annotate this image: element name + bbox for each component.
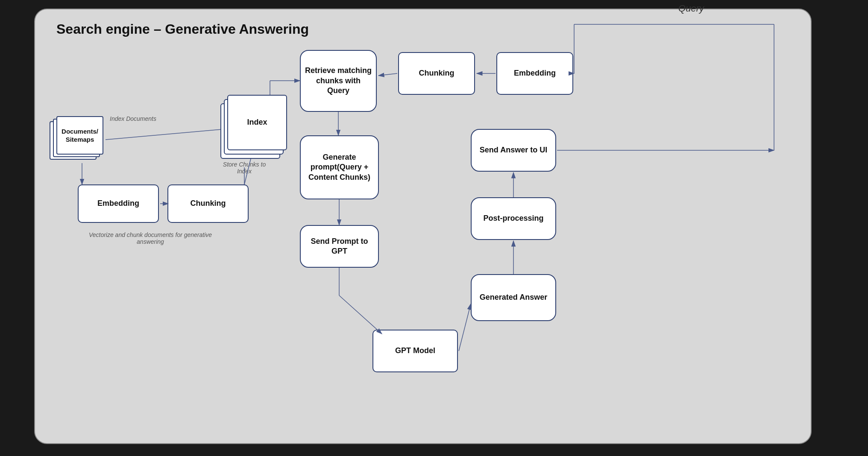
index-documents-label: Index Documents bbox=[110, 115, 156, 122]
embedding-bottom-box: Embedding bbox=[78, 184, 159, 223]
index-box: Index bbox=[227, 95, 287, 150]
svg-line-17 bbox=[339, 295, 382, 334]
send-prompt-gpt-box: Send Prompt to GPT bbox=[300, 225, 379, 268]
chunking-top-box: Chunking bbox=[398, 52, 475, 95]
query-top-label: Query bbox=[678, 3, 704, 14]
send-answer-ui-box: Send Answer to UI bbox=[471, 129, 556, 172]
vectorize-label: Vectorize and chunk documents for genera… bbox=[78, 231, 223, 245]
embedding-top-box: Embedding bbox=[496, 52, 573, 95]
post-processing-box: Post-processing bbox=[471, 197, 556, 240]
svg-line-2 bbox=[106, 129, 226, 140]
gpt-model-box: GPT Model bbox=[372, 330, 458, 372]
generate-prompt-box: Generate prompt(Query + Content Chunks) bbox=[300, 135, 379, 199]
store-chunks-label: Store Chunks to Index bbox=[221, 161, 268, 175]
svg-line-11 bbox=[378, 73, 397, 76]
diagram-title: Search engine – Generative Answering bbox=[56, 21, 309, 37]
svg-line-18 bbox=[459, 304, 471, 351]
doc-page-front: Documents/ Sitemaps bbox=[56, 116, 103, 155]
generated-answer-box: Generated Answer bbox=[471, 274, 556, 321]
retrieve-box: Retrieve matching chunks with Query bbox=[300, 50, 377, 112]
chunking-bottom-box: Chunking bbox=[167, 184, 249, 223]
index-stack: Index bbox=[219, 95, 287, 167]
diagram-container: Search engine – Generative Answering Doc… bbox=[34, 9, 812, 444]
documents-stack: Documents/ Sitemaps bbox=[48, 116, 103, 163]
